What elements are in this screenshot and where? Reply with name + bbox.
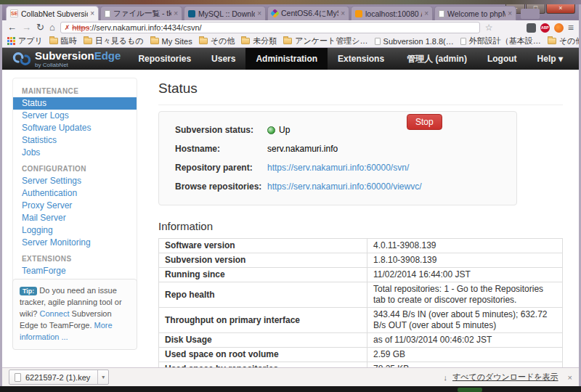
page-favicon [439, 10, 444, 17]
bookmark-label: 日々見るもの [95, 36, 144, 46]
page-favicon [105, 10, 110, 17]
download-bar-right: ↓ すべてのダウンロードを表示 × [443, 372, 572, 383]
sidebar-item-jobs[interactable]: Jobs [13, 147, 137, 159]
evernote-extension-icon[interactable] [527, 23, 536, 33]
page-body: MAINTENANCE Status Server Logs Software … [2, 70, 579, 367]
tab-collabnet-subversion[interactable]: SE CollabNet Subversion × [6, 6, 99, 20]
page-icon [460, 38, 466, 45]
status-row-label: Hostname: [175, 139, 267, 158]
browser-toolbar: ← → ↻ ⌂ ✗ https ://serv.nakamuri.info:44… [2, 20, 579, 35]
bookmark-star-icon[interactable]: ☆ [485, 23, 493, 33]
status-row-value: Up [267, 121, 290, 139]
address-bar[interactable]: ✗ https ://serv.nakamuri.info:4434/csvn/ [60, 22, 480, 33]
stop-button[interactable]: Stop [407, 114, 442, 130]
tab-close-icon[interactable]: × [424, 9, 428, 17]
bookmark-label: 臨時 [61, 36, 77, 46]
sidebar-item-teamforge[interactable]: TeamForge [13, 265, 137, 277]
taskbar-highlight [458, 388, 482, 392]
bug-extension-icon[interactable] [554, 23, 564, 33]
home-icon[interactable]: ⌂ [49, 21, 55, 34]
bookmark-folder[interactable]: その他 [199, 36, 235, 46]
sidebar-item-logging[interactable]: Logging [13, 224, 137, 237]
tip-connect-link[interactable]: Connect [40, 309, 70, 318]
bookmark-folder[interactable]: アンケート管理シ… [283, 36, 367, 46]
sidebar-item-server-logs[interactable]: Server Logs [13, 110, 137, 122]
sidebar-item-server-monitoring[interactable]: Server Monitoring [13, 237, 137, 249]
info-value: 4.0.11-3908.139 [367, 239, 563, 253]
subversionedge-favicon: SE [10, 9, 18, 17]
sidebar: MAINTENANCE Status Server Logs Software … [12, 78, 137, 298]
info-value: Total repositories: 1 - Go to the Reposi… [367, 282, 563, 308]
tab-close-icon[interactable]: × [341, 9, 345, 17]
tab-localhost-phpmyadmin[interactable]: localhost:10080 / loca × [351, 6, 433, 20]
information-heading: Information [158, 220, 563, 232]
bookmark-label: アンケート管理シ… [295, 36, 367, 46]
status-up-icon [267, 126, 275, 134]
back-icon[interactable]: ← [7, 21, 17, 34]
repository-parent-link[interactable]: https://serv.nakamuri.info:60000/svn/ [267, 158, 409, 177]
close-window-button[interactable]: × [546, 4, 575, 14]
tab-close-icon[interactable]: × [174, 9, 178, 17]
show-all-downloads-link[interactable]: すべてのダウンロードを表示 [452, 372, 558, 383]
tab-close-icon[interactable]: × [257, 9, 261, 17]
main-content: Status Subversion status: Up Hostname: s… [145, 70, 563, 367]
logout-link[interactable]: Logout [487, 54, 517, 64]
bookmark-page[interactable]: 外部設計（基本設… [460, 36, 541, 46]
table-row: Throughput on primary interface343.44 B/… [159, 308, 563, 333]
bookmark-folder[interactable]: 臨時 [49, 36, 77, 46]
download-item-menu-icon[interactable]: ▾ [97, 370, 108, 384]
tab-close-icon[interactable]: × [90, 9, 94, 17]
subversionedge-logo[interactable]: SubversionEdge by CollabNet [2, 50, 128, 68]
sidebar-item-status[interactable]: Status [13, 97, 137, 110]
sidebar-item-proxy-server[interactable]: Proxy Server [13, 200, 137, 212]
bookmark-folder[interactable]: My Sites [150, 37, 192, 46]
tab-close-icon[interactable]: × [508, 9, 512, 17]
bookmark-folder[interactable]: 未分類 [241, 36, 277, 46]
tip-box: Tip:Do you need an issue tracker, agile … [12, 279, 137, 350]
sidebar-item-server-settings[interactable]: Server Settings [13, 175, 137, 187]
new-tab-button[interactable] [521, 9, 540, 19]
close-download-bar-icon[interactable]: × [568, 373, 572, 382]
adblock-extension-icon[interactable]: ABP [540, 23, 550, 33]
sidebar-item-mail-server[interactable]: Mail Server [13, 212, 137, 224]
logo-part2: Edge [94, 49, 121, 62]
extension-icons: ABP ≡ [527, 22, 574, 33]
info-label: Throughput on primary interface [159, 308, 367, 333]
nav-administration[interactable]: Administration [245, 48, 328, 70]
bookmark-folder[interactable]: 日々見るもの [84, 36, 144, 46]
forward-icon[interactable]: → [22, 21, 31, 34]
help-menu[interactable]: Help ▾ [537, 54, 563, 64]
bookmark-label: 外部設計（基本設… [469, 36, 541, 46]
other-bookmarks-folder[interactable]: その他のブックマーク [548, 36, 579, 46]
tip-badge: Tip: [20, 287, 37, 295]
tab-welcome-phpmyadmin[interactable]: Welcome to phpMyAd × [434, 6, 516, 20]
info-value: as of 11/03/2014 00:46:02 JST [367, 333, 563, 348]
bookmark-page[interactable]: Subversion 1.8.8(… [375, 37, 454, 46]
tab-title: ファイル一覧 - tknoteb [113, 9, 171, 19]
reload-icon[interactable]: ↻ [36, 21, 44, 34]
sidebar-item-software-updates[interactable]: Software Updates [13, 122, 137, 134]
bookmark-apps[interactable]: アプリ [7, 36, 43, 46]
status-row-label: Subversion status: [175, 121, 267, 139]
logo-part1: Subversion [35, 49, 94, 62]
nav-users[interactable]: Users [201, 48, 245, 70]
tab-mysql-download[interactable]: MySQL :: Download M × [184, 6, 266, 20]
nav-repositories[interactable]: Repositories [128, 48, 201, 70]
download-item[interactable]: 6221597-2 (1).key ▾ [9, 369, 109, 385]
tab-centos[interactable]: CentOS6.4にMySQLと × [267, 6, 349, 20]
info-label: Running since [159, 268, 367, 282]
status-summary-box: Subversion status: Up Hostname: serv.nak… [158, 111, 517, 205]
ssl-error-icon[interactable]: ✗ [65, 24, 70, 31]
folder-icon [283, 38, 292, 44]
nav-extensions[interactable]: Extensions [328, 48, 394, 70]
folder-icon [49, 38, 58, 44]
sidebar-item-statistics[interactable]: Statistics [13, 134, 137, 147]
sidebar-item-authentication[interactable]: Authentication [13, 187, 137, 200]
header-right: 管理人 (admin) Logout Help ▾ [407, 53, 579, 65]
chrome-menu-icon[interactable]: ≡ [568, 22, 574, 33]
status-row: Repository parent: https://serv.nakamuri… [175, 158, 500, 177]
tab-strip: SE CollabNet Subversion × ファイル一覧 - tknot… [6, 6, 540, 20]
current-user-label[interactable]: 管理人 (admin) [407, 53, 467, 65]
browse-repositories-link[interactable]: https://serv.nakamuri.info:60000/viewvc/ [267, 177, 422, 196]
tab-file-list[interactable]: ファイル一覧 - tknoteb × [100, 6, 182, 20]
